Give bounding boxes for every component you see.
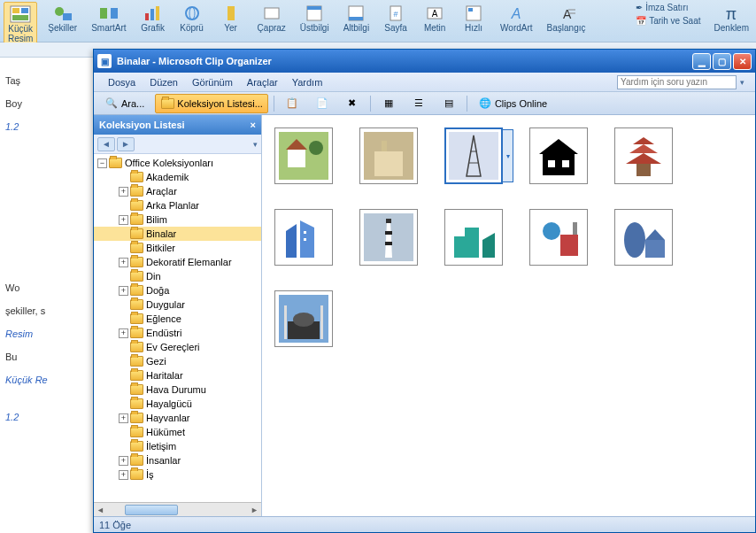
ribbon-grafik[interactable]: Grafik [137,2,169,35]
ribbon-metin[interactable]: A Metin [419,2,451,35]
expand-icon[interactable]: − [97,158,107,168]
ribbon-baslangic[interactable]: A Başlangıç [544,2,590,35]
nav-forward-button[interactable]: ► [117,137,135,151]
expand-icon[interactable]: + [119,456,128,466]
thumbnail-factory-globe[interactable] [529,209,588,266]
help-dropdown-icon[interactable]: ▾ [740,78,744,87]
ribbon-sekiller[interactable]: Şekiller [44,2,81,35]
svg-rect-1 [12,8,19,13]
minimize-button[interactable]: ▁ [692,53,711,70]
thumbnails-area[interactable]: ▾ [262,115,755,516]
tree-node-din[interactable]: Din [94,269,261,283]
tree-node-hayalgücü[interactable]: Hayalgücü [94,397,261,411]
tree-node-duygular[interactable]: Duygular [94,297,261,312]
toolbar-paste[interactable]: 📄 [310,94,335,113]
link-icon [180,4,204,23]
thumbnail-eiffel-tower[interactable]: ▾ [444,127,503,184]
help-search-input[interactable] [617,75,737,89]
tree-label: Gezi [146,356,166,367]
close-button[interactable]: ✕ [733,53,752,70]
toolbar-collection-list[interactable]: Koleksiyon Listesi... [155,94,268,113]
thumbnail-skyscrapers[interactable] [274,209,333,266]
toolbar-clips-online[interactable]: 🌐 Clips Online [473,94,552,113]
thumbnail-mosque[interactable] [274,290,333,347]
thumbnail-pagoda[interactable] [614,127,673,184]
tree-node-gezi[interactable]: Gezi [94,354,261,368]
tree-node-endüstri[interactable]: +Endüstri [94,326,261,340]
close-pane-button[interactable]: × [251,120,256,130]
tree-root-node[interactable]: −Office Koleksiyonları [94,156,261,170]
folder-icon [130,342,143,352]
thumbnail-house-garden[interactable] [274,127,333,184]
toolbar-search[interactable]: 🔍 Ara... [99,94,150,113]
ribbon-kucuk-resim[interactable]: Küçük Resim [4,2,37,46]
toolbar-view-detail[interactable]: ▤ [436,94,461,113]
toolbar-copy[interactable]: 📋 [280,94,305,113]
toolbar-delete[interactable]: ✖ [340,94,365,113]
expand-icon[interactable]: + [119,413,128,423]
h-scrollbar[interactable]: ◄ ► [94,502,261,516]
expand-icon[interactable]: + [119,470,128,480]
tree-label: Akademik [146,172,189,182]
ribbon-hizli[interactable]: Hızlı [458,2,490,35]
tree-node-hükümet[interactable]: Hükümet [94,425,261,439]
tree-node-doğa[interactable]: +Doğa [94,283,261,297]
ribbon-denklem[interactable]: π Denklem [711,2,752,35]
toolbar-view-list[interactable]: ☰ [406,94,431,113]
expand-icon[interactable]: + [119,187,128,197]
tree-node-eğlence[interactable]: Eğlence [94,312,261,326]
menu-araclar[interactable]: Araçlar [240,75,285,89]
scrollbar-thumb[interactable] [125,505,178,515]
ribbon-ustbilgi[interactable]: Üstbilgi [297,2,333,35]
tree-node-ev-gereçleri[interactable]: Ev Gereçleri [94,340,261,354]
nav-back-button[interactable]: ◄ [97,137,115,151]
ribbon-sayfa[interactable]: # Sayfa [380,2,412,35]
menu-dosya[interactable]: Dosya [101,75,143,89]
maximize-button[interactable]: ▢ [713,53,731,70]
ribbon-label: Altbilgi [343,23,369,33]
tree-node-akademik[interactable]: Akademik [94,170,261,184]
tree-node-haritalar[interactable]: Haritalar [94,368,261,382]
expand-icon[interactable]: + [119,286,128,296]
ribbon-label: Üstbilgi [300,23,329,33]
thumbnail-barn[interactable] [614,209,673,266]
collection-tree[interactable]: −Office KoleksiyonlarıAkademik+AraçlarAr… [94,154,261,502]
thumbnail-house-silhouette[interactable] [529,127,588,184]
ribbon-kopru[interactable]: Köprü [176,2,208,35]
tree-node-hava-durumu[interactable]: Hava Durumu [94,382,261,397]
expand-icon[interactable]: + [119,215,128,225]
thumbnail-castle-painting[interactable] [359,127,418,184]
ribbon-wordart[interactable]: A WordArt [497,2,536,35]
folder-icon [130,328,143,338]
tree-node-hayvanlar[interactable]: +Hayvanlar [94,411,261,425]
menu-yardim[interactable]: Yardım [285,75,330,89]
ribbon-label: Şekiller [48,23,77,33]
expand-icon[interactable]: + [119,328,128,338]
menu-duzen[interactable]: Düzen [143,75,185,89]
tree-node-araçlar[interactable]: +Araçlar [94,184,261,198]
ribbon-yer[interactable]: Yer [215,2,247,35]
thumbnail-city-teal[interactable] [444,209,503,266]
tree-node-binalar[interactable]: Binalar [94,227,261,241]
ribbon-smartart[interactable]: SmartArt [88,2,129,35]
tree-node-arka-planlar[interactable]: Arka Planlar [94,198,261,212]
tree-node-i̇ş[interactable]: +İş [94,467,261,482]
tree-node-i̇nsanlar[interactable]: +İnsanlar [94,453,261,467]
ribbon-altbilgi[interactable]: Altbilgi [340,2,373,35]
menu-gorunum[interactable]: Görünüm [185,75,240,89]
tree-node-dekoratif-elemanlar[interactable]: +Dekoratif Elemanlar [94,255,261,269]
expand-icon[interactable]: + [119,258,128,267]
titlebar[interactable]: ▣ Binalar - Microsoft Clip Organizer ▁ ▢… [94,50,755,73]
ribbon-capraz[interactable]: Çapraz [254,2,289,35]
svg-rect-45 [562,160,569,167]
tree-node-bitkiler[interactable]: Bitkiler [94,241,261,255]
thumbnail-dropdown[interactable]: ▾ [502,129,513,182]
pane-menu-icon[interactable]: ▾ [253,140,258,149]
tree-node-bilim[interactable]: +Bilim [94,212,261,227]
ribbon-imza[interactable]: ✒İmza Satırı [633,2,703,13]
ribbon-tarih[interactable]: 📅Tarih ve Saat [633,15,703,27]
expand-spacer [119,343,128,352]
toolbar-view-thumb[interactable]: ▦ [376,94,401,113]
tree-node-i̇letişim[interactable]: İletişim [94,439,261,453]
thumbnail-lighthouse[interactable] [359,209,418,266]
